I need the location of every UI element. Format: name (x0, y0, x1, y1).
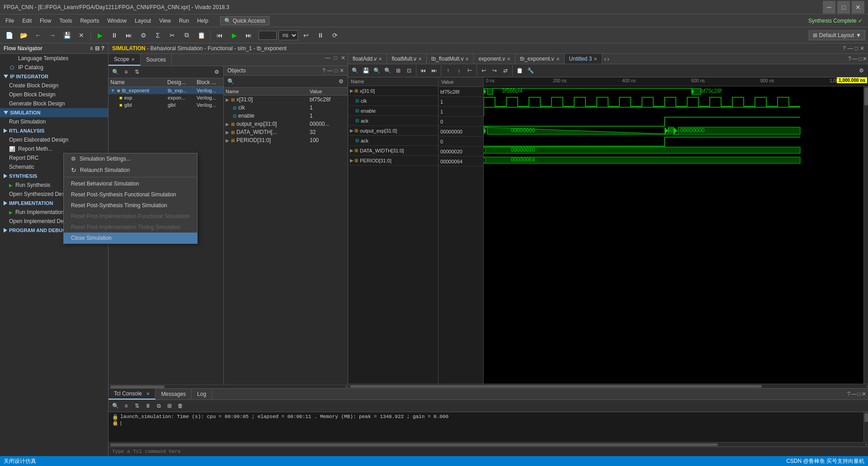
menu-edit[interactable]: Edit (19, 16, 35, 25)
menu-view[interactable]: View (156, 16, 175, 25)
minimize-button[interactable]: ─ (823, 1, 835, 14)
wave-help-icon[interactable]: ? (848, 56, 851, 62)
nav-item-report-methodology[interactable]: 📊 Report Meth... (0, 144, 108, 153)
wave-graph-area[interactable]: 1,000.000 ns 0 ns 200 ns 400 ns 600 ns 8… (484, 77, 868, 384)
menu-window[interactable]: Window (104, 16, 130, 25)
scope-scrollbar-thumb[interactable] (110, 385, 165, 388)
scope-row-glbl[interactable]: ■ glbl glbl Verilog... (108, 101, 223, 109)
console-search-btn[interactable]: 🔍 (110, 401, 120, 411)
console-hscrollbar[interactable]: › (108, 442, 868, 447)
wave-fit-btn[interactable]: ⊞ (393, 66, 403, 76)
wave-tab-untitled3-close[interactable]: ✕ (594, 57, 597, 62)
objects-close-icon[interactable]: ✕ (340, 67, 344, 74)
objects-help-icon[interactable]: ? (322, 67, 326, 74)
pause-button[interactable]: ⏸ (108, 29, 121, 42)
wave-prev-edge-btn[interactable]: ⏮ (418, 66, 428, 76)
sim-expand-icon[interactable]: □ (855, 45, 858, 52)
nav-item-open-block-design[interactable]: Open Block Design (0, 90, 108, 99)
menu-layout[interactable]: Layout (131, 16, 155, 25)
scope-row-exp[interactable]: ■ exp expon... Verilog... (108, 94, 223, 101)
wave-next-edge-btn[interactable]: ⏭ (429, 66, 439, 76)
wave-vscrollbar-thumb[interactable] (864, 87, 868, 105)
menu-file[interactable]: File (2, 16, 18, 25)
wave-collapse-icon[interactable]: — (852, 56, 858, 62)
sim-back-button[interactable]: ↩ (300, 29, 312, 42)
nav-section-simulation[interactable]: SIMULATION (0, 108, 108, 117)
sim-stop-button[interactable]: ⟳ (329, 29, 341, 42)
wave-hscroll-right[interactable]: › (867, 384, 868, 388)
back-button[interactable]: ← (32, 29, 44, 42)
wave-tab-untitled3[interactable]: Untitled 3 ✕ (565, 54, 603, 64)
wave-cursor-btn[interactable]: ↑ (443, 66, 453, 76)
tab-sources[interactable]: Sources (141, 54, 172, 66)
scope-scroll-right[interactable]: › (344, 384, 348, 388)
wave-expand-icon[interactable]: □ (859, 56, 862, 62)
sigma-button[interactable]: Σ (151, 29, 164, 42)
console-grid-btn[interactable]: ⊞ (165, 401, 175, 411)
flow-nav-icon1[interactable]: ≡ (90, 45, 93, 52)
console-copy-btn[interactable]: ⧉ (154, 401, 164, 411)
new-file-button[interactable]: 📄 (3, 29, 15, 42)
wave-hscrollbar-thumb[interactable] (350, 385, 762, 388)
ctx-item-reset-post-synth-func[interactable]: Reset Post-Synthesis Functional Simulati… (64, 189, 197, 200)
step-button[interactable]: ⏭ (123, 29, 135, 42)
delete-button[interactable]: ✕ (75, 29, 88, 42)
wave-sig-output-exp[interactable]: ▶ ⊞ output_exp[31:0] (348, 126, 438, 136)
wave-script-btn[interactable]: 🔧 (525, 66, 535, 76)
wave-tab-next[interactable]: › (607, 55, 609, 62)
panel-close-icon[interactable]: ✕ (340, 55, 347, 65)
scope-gear-btn[interactable]: ⚙ (212, 67, 222, 77)
wave-undo-btn[interactable]: ↩ (479, 66, 489, 76)
copy-button[interactable]: ⧉ (180, 29, 193, 42)
ctx-item-close-simulation[interactable]: Close Simulation (64, 233, 197, 243)
wave-tab-tb-exponent-close[interactable]: ✕ (556, 57, 560, 62)
scope-row-tb-exponent[interactable]: ▼ ■ tb_exponent tb_exp... Verilog... (108, 87, 223, 94)
console-expand-icon[interactable]: □ (858, 391, 861, 397)
scope-expand-btn[interactable]: ⇅ (132, 67, 142, 77)
paste-button[interactable]: 📋 (195, 29, 208, 42)
nav-item-language-templates[interactable]: Language Templates (0, 54, 108, 63)
console-hscrollbar-thumb[interactable] (110, 443, 718, 446)
flow-nav-icon2[interactable]: ⊟ (95, 45, 99, 52)
sim-time-input[interactable]: 10 (259, 31, 277, 40)
console-filter-btn[interactable]: ≡ (121, 401, 131, 411)
wave-tab-prev[interactable]: ‹ (604, 55, 606, 62)
sim-run-button[interactable]: ▶ (228, 29, 241, 42)
open-button[interactable]: 📂 (17, 29, 30, 42)
console-tab-tcl-close[interactable]: ✕ (146, 391, 150, 396)
menu-reports[interactable]: Reports (76, 16, 103, 25)
wave-sig-ack2[interactable]: ⊟ ack (348, 136, 438, 146)
obj-row-enable[interactable]: ⊟ enable 1 (224, 112, 348, 120)
panel-collapse-icon[interactable]: — (324, 55, 332, 65)
objects-search-btn[interactable]: 🔍 (226, 76, 236, 86)
maximize-button[interactable]: □ (837, 1, 850, 14)
nav-item-run-simulation[interactable]: Run Simulation (0, 117, 108, 126)
scope-search-btn[interactable]: 🔍 (110, 67, 120, 77)
cut-button[interactable]: ✂ (166, 29, 179, 42)
close-button[interactable]: ✕ (852, 1, 864, 14)
save-button[interactable]: 💾 (61, 29, 73, 42)
sim-time-unit[interactable]: ns ps us (278, 30, 298, 40)
sim-float-icon[interactable]: — (848, 45, 853, 52)
console-input-field[interactable] (108, 447, 868, 456)
wave-cursor2-btn[interactable]: ↓ (454, 66, 464, 76)
wave-sig-data-width[interactable]: ▶ ⊞ DATA_WIDTH[31:0] (348, 146, 438, 156)
wave-tab-exponent[interactable]: exponent.v ✕ (474, 54, 515, 64)
console-close-icon[interactable]: ✕ (862, 391, 866, 397)
ctx-item-reset-behavioral[interactable]: Reset Behavioral Simulation (64, 178, 197, 189)
nav-item-generate-block-design[interactable]: Generate Block Design (0, 99, 108, 108)
console-pause-btn[interactable]: ⏸ (143, 401, 153, 411)
panel-expand-icon[interactable]: □ (333, 55, 339, 65)
wave-tab-tb-floatmult[interactable]: tb_floatMult.v ✕ (427, 54, 474, 64)
wave-zoom-out-btn[interactable]: 🔍 (382, 66, 392, 76)
wave-swap-btn[interactable]: ⇄ (500, 66, 510, 76)
wave-zoom-in-btn[interactable]: 🔍 (372, 66, 382, 76)
console-sort-btn[interactable]: ⇅ (132, 401, 142, 411)
nav-item-ip-catalog[interactable]: ⬡ IP Catalog (0, 63, 108, 72)
wave-tab-floatadd[interactable]: floatAdd.v ✕ (348, 54, 387, 64)
wave-report-btn[interactable]: 📋 (514, 66, 524, 76)
flow-nav-help[interactable]: ? (101, 45, 104, 52)
objects-collapse-icon[interactable]: — (327, 67, 333, 74)
console-vscrollbar[interactable] (863, 412, 868, 442)
wave-marker-btn[interactable]: ⊢ (465, 66, 475, 76)
